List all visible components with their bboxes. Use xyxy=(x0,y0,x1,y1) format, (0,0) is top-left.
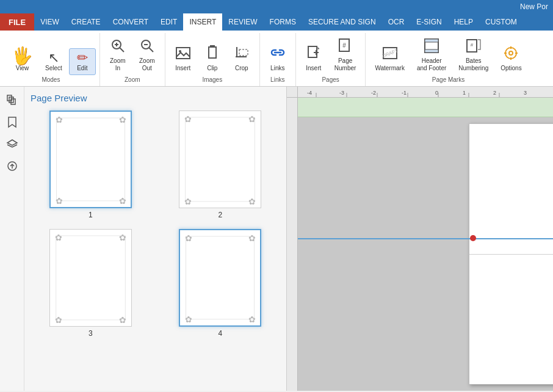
bates-icon: # xyxy=(465,37,482,57)
menu-item-review[interactable]: REVIEW xyxy=(222,13,263,31)
svg-text:3: 3 xyxy=(524,90,527,96)
edit-button[interactable]: ✏ Edit xyxy=(69,48,96,75)
page-separator-line xyxy=(469,254,553,255)
view-label: View xyxy=(16,65,29,72)
options-icon xyxy=(502,45,519,65)
page-thumb-label-4: 4 xyxy=(218,329,222,338)
page-marks-label: Page Marks xyxy=(432,76,464,85)
sidebar-bookmarks-button[interactable] xyxy=(2,112,22,132)
red-dot-marker xyxy=(470,235,476,241)
ribbon-group-images: Insert Clip Crop Images xyxy=(165,33,260,86)
menu-item-secure-sign[interactable]: SECURE AND SIGN xyxy=(302,13,382,31)
crop-button[interactable]: Crop xyxy=(228,42,256,75)
links-icon xyxy=(269,45,286,65)
zoom-in-label: ZoomIn xyxy=(110,57,126,72)
svg-rect-50 xyxy=(56,236,125,320)
menu-item-view[interactable]: VIEW xyxy=(34,13,65,31)
page-thumb-label-3: 3 xyxy=(89,329,93,338)
menu-item-ocr[interactable]: OCR xyxy=(382,13,411,31)
header-band xyxy=(298,98,553,117)
svg-text:✿: ✿ xyxy=(248,315,256,324)
svg-point-26 xyxy=(509,51,513,55)
watermark-button[interactable]: DRAFT Watermark xyxy=(369,42,410,75)
options-label: Options xyxy=(501,65,521,72)
bates-label: BatesNumbering xyxy=(458,57,488,72)
menu-item-edit[interactable]: EDIT xyxy=(154,13,183,31)
svg-text:-2: -2 xyxy=(371,90,376,96)
menu-item-convert[interactable]: CONVERT xyxy=(107,13,154,31)
svg-text:1: 1 xyxy=(463,90,466,96)
links-label: Links xyxy=(270,65,284,72)
options-button[interactable]: Options xyxy=(495,42,527,75)
svg-text:✿: ✿ xyxy=(249,115,256,124)
menu-item-esign[interactable]: E-SIGN xyxy=(410,13,447,31)
page-preview-title: Page Preview xyxy=(31,93,280,103)
menu-item-file[interactable]: FILE xyxy=(0,13,34,31)
doc-view: -4 -3 -2 -1 0 1 2 3 xyxy=(287,87,553,391)
svg-text:✿: ✿ xyxy=(249,197,256,206)
page-number-label: PageNumber xyxy=(334,57,356,72)
sidebar-pages-button[interactable] xyxy=(2,90,22,110)
menu-item-insert[interactable]: INSERT xyxy=(183,13,222,31)
page-thumb-img-4[interactable]: ✿ ✿ ✿ ✿ xyxy=(179,229,261,327)
view-button[interactable]: 🖐 View xyxy=(6,45,38,75)
page-number-button[interactable]: # PageNumber xyxy=(329,34,362,75)
edit-icon: ✏ xyxy=(77,51,88,65)
svg-line-1 xyxy=(120,48,124,52)
select-button[interactable]: ↖ Select xyxy=(40,48,68,75)
sidebar-attachments-button[interactable] xyxy=(2,156,22,176)
pages-group-label: Pages xyxy=(322,76,339,85)
sidebar-layers-button[interactable] xyxy=(2,134,22,154)
cursor-icon: ↖ xyxy=(48,51,59,65)
zoom-buttons: ZoomIn ZoomOut xyxy=(104,34,161,75)
edit-label: Edit xyxy=(77,65,87,72)
menu-item-help[interactable]: HELP xyxy=(448,13,479,31)
page-thumb-label-1: 1 xyxy=(89,211,93,219)
menu-item-custom[interactable]: CUSTOM xyxy=(479,13,523,31)
ruler-vertical xyxy=(287,98,298,391)
insert-image-button[interactable]: Insert xyxy=(169,42,197,75)
bates-numbering-button[interactable]: # BatesNumbering xyxy=(453,34,494,75)
header-footer-button[interactable]: Headerand Footer xyxy=(411,34,452,75)
svg-rect-55 xyxy=(186,236,255,319)
svg-line-5 xyxy=(149,48,153,52)
body: Page Preview ✿ ✿ ✿ ✿ 1 xyxy=(0,87,553,391)
page-thumb-img-3[interactable]: ✿ ✿ ✿ ✿ xyxy=(49,229,132,327)
ribbon-group-zoom: ZoomIn ZoomOut Zoom xyxy=(100,33,165,86)
zoom-in-button[interactable]: ZoomIn xyxy=(104,34,132,75)
menu-bar: FILE VIEW CREATE CONVERT EDIT INSERT REV… xyxy=(0,13,553,31)
insert-image-label: Insert xyxy=(175,65,190,72)
modes-label: Modes xyxy=(42,76,60,85)
images-buttons: Insert Clip Crop xyxy=(169,34,256,75)
page-thumb-label-2: 2 xyxy=(218,211,222,219)
svg-text:✿: ✿ xyxy=(118,197,126,206)
crop-icon xyxy=(233,45,250,65)
links-button[interactable]: Links xyxy=(264,42,292,75)
watermark-label: Watermark xyxy=(375,65,405,72)
ribbon-group-page-marks: DRAFT Watermark Headerand Footer # Bates… xyxy=(366,33,530,86)
clip-button[interactable]: Clip xyxy=(198,42,226,75)
svg-text:-1: -1 xyxy=(402,90,407,96)
zoom-out-icon xyxy=(139,37,156,57)
clip-label: Clip xyxy=(207,65,217,72)
page-thumb-2[interactable]: ✿ ✿ ✿ ✿ 2 xyxy=(161,111,281,219)
svg-point-25 xyxy=(505,48,516,59)
svg-text:✿: ✿ xyxy=(248,234,256,243)
sidebar xyxy=(0,87,24,391)
hand-icon: 🖐 xyxy=(12,48,33,65)
insert-page-icon xyxy=(305,45,322,65)
page-thumb-img-1[interactable]: ✿ ✿ ✿ ✿ xyxy=(49,111,132,208)
insert-page-button[interactable]: Insert xyxy=(300,42,328,75)
page-thumb-4[interactable]: ✿ ✿ ✿ ✿ 4 xyxy=(161,229,281,338)
page-thumb-3[interactable]: ✿ ✿ ✿ ✿ 3 xyxy=(31,229,151,338)
select-label: Select xyxy=(45,65,62,72)
page-thumb-img-2[interactable]: ✿ ✿ ✿ ✿ xyxy=(179,111,261,208)
menu-item-forms[interactable]: FORMS xyxy=(264,13,302,31)
menu-item-create[interactable]: CREATE xyxy=(65,13,107,31)
zoom-out-button[interactable]: ZoomOut xyxy=(133,34,161,75)
zoom-in-icon xyxy=(109,37,126,57)
svg-text:✿: ✿ xyxy=(118,115,126,125)
svg-text:✿: ✿ xyxy=(119,233,126,242)
insert-image-icon xyxy=(175,45,192,65)
page-thumb-1[interactable]: ✿ ✿ ✿ ✿ 1 xyxy=(31,111,151,219)
